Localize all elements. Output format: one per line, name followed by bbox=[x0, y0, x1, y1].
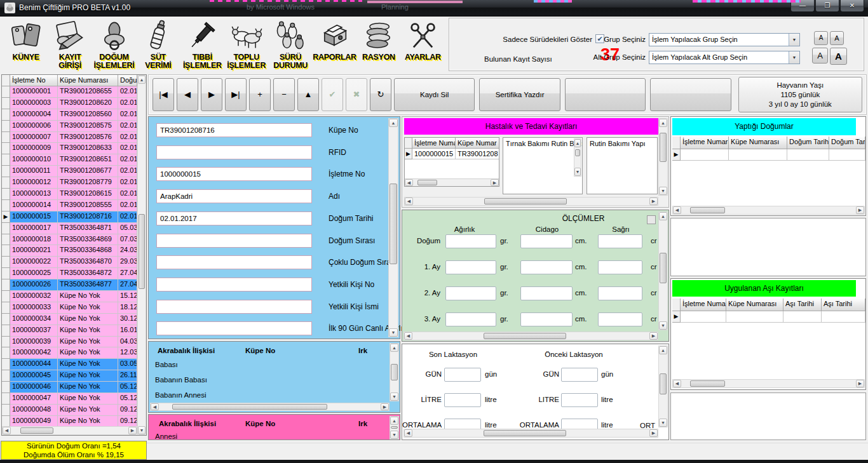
table-row[interactable]: 1000000044Küpe No Yok03.05.2 bbox=[2, 359, 137, 370]
table-row[interactable]: 1000000010TR3900120865102.01.2 bbox=[2, 154, 137, 166]
field-ilk-90-gun[interactable] bbox=[156, 321, 312, 335]
toolbar-item-tibbi-islemler[interactable]: TIBBİİŞLEMLER bbox=[180, 18, 224, 70]
lactation-input[interactable] bbox=[444, 368, 481, 382]
measure-input[interactable] bbox=[598, 312, 642, 326]
measure-input[interactable] bbox=[445, 234, 496, 248]
row-selector[interactable] bbox=[2, 177, 10, 189]
scrollbar-thumb[interactable] bbox=[139, 214, 145, 290]
table-row[interactable]: 1000000009TR3900120863302.01.2 bbox=[2, 143, 137, 154]
font-size-button-1[interactable]: A bbox=[814, 31, 828, 45]
scrollbar-thumb[interactable] bbox=[575, 149, 580, 156]
horizontal-scrollbar[interactable]: ◀▶ bbox=[672, 379, 865, 388]
lactation-input[interactable] bbox=[561, 393, 598, 407]
row-selector[interactable]: ▶ bbox=[672, 311, 681, 323]
column-header[interactable]: İşletme Numa bbox=[681, 299, 726, 311]
row-selector[interactable] bbox=[2, 200, 10, 211]
scroll-left-icon[interactable]: ◀ bbox=[3, 427, 11, 434]
scroll-down-icon[interactable]: ▼ bbox=[138, 426, 146, 434]
toolbar-item-sut-verimi[interactable]: SÜTVERİMİ bbox=[136, 18, 180, 70]
scrollbar-thumb[interactable] bbox=[690, 380, 725, 387]
font-size-button-2[interactable]: A bbox=[830, 31, 844, 45]
table-row[interactable]: 1000000046Küpe No Yok05.12.2 bbox=[2, 382, 137, 393]
scroll-up-icon[interactable]: ▲ bbox=[659, 119, 667, 127]
row-selector[interactable] bbox=[2, 382, 10, 393]
row-selector[interactable]: ▶ bbox=[672, 149, 681, 161]
lactation-input[interactable] bbox=[561, 368, 598, 382]
next-record-button[interactable]: ▶ bbox=[201, 78, 222, 111]
table-row[interactable]: 1000000049Küpe No Yok09.12.2 bbox=[2, 416, 137, 426]
post-edit-button[interactable]: ✔ bbox=[322, 78, 343, 111]
table-row[interactable]: 1000000026TR3500336487727.04.2 bbox=[2, 279, 137, 291]
row-selector[interactable] bbox=[2, 245, 10, 257]
row-selector[interactable] bbox=[2, 257, 10, 268]
scroll-up-icon[interactable]: ▲ bbox=[390, 344, 398, 352]
table-row[interactable]: ▶ 1000000015 TR39001208 bbox=[405, 149, 499, 159]
vertical-scrollbar[interactable]: ▲▼ bbox=[390, 416, 399, 440]
toolbar-item-dogum-islemleri[interactable]: DOĞUMİŞLEMLERİ bbox=[92, 18, 136, 70]
scrollbar-thumb[interactable] bbox=[660, 373, 667, 394]
prev-record-button[interactable]: ◀ bbox=[177, 78, 198, 111]
scrollbar-thumb[interactable] bbox=[660, 253, 667, 283]
table-row[interactable]: 1000000045Küpe No Yok26.11.2 bbox=[2, 370, 137, 382]
measure-input[interactable] bbox=[598, 286, 642, 300]
close-button[interactable]: ✕ bbox=[840, 0, 864, 12]
column-header[interactable]: Küpe Numarası bbox=[726, 299, 783, 311]
scroll-left-icon[interactable]: ◀ bbox=[673, 206, 681, 214]
scroll-down-icon[interactable]: ▼ bbox=[574, 168, 581, 176]
row-selector[interactable] bbox=[2, 223, 10, 234]
field-coklu-dogum-sirasi[interactable] bbox=[156, 255, 312, 269]
scroll-up-icon[interactable]: ▲ bbox=[659, 346, 667, 354]
column-header[interactable]: Küpe Numar bbox=[456, 138, 499, 149]
measure-input[interactable] bbox=[445, 260, 496, 274]
print-certificate-button[interactable]: Sertifika Yazdır bbox=[479, 78, 560, 111]
measure-input[interactable] bbox=[520, 234, 573, 248]
field-yetkili-kisi-no[interactable] bbox=[156, 278, 312, 292]
field-kupe-no[interactable] bbox=[156, 123, 312, 137]
vertical-scrollbar[interactable]: ▲▼ bbox=[658, 346, 668, 427]
small-checkbox[interactable] bbox=[647, 215, 656, 224]
scroll-right-icon[interactable]: ▶ bbox=[649, 198, 658, 205]
row-selector[interactable] bbox=[2, 291, 10, 302]
font-size-button-3[interactable]: A bbox=[812, 48, 828, 64]
scrollbar-thumb[interactable] bbox=[391, 426, 398, 429]
edit-record-button[interactable]: ▲ bbox=[297, 78, 319, 111]
measure-input[interactable] bbox=[445, 286, 496, 300]
scroll-right-icon[interactable]: ▶ bbox=[856, 380, 864, 387]
vaccines-memo-box[interactable] bbox=[670, 393, 866, 440]
scroll-up-icon[interactable]: ▲ bbox=[659, 212, 667, 220]
row-selector[interactable] bbox=[2, 314, 10, 325]
scroll-down-icon[interactable]: ▼ bbox=[390, 393, 398, 401]
row-selector[interactable] bbox=[2, 337, 10, 348]
scroll-left-icon[interactable]: ◀ bbox=[673, 380, 681, 387]
column-header[interactable]: İşletme Numara bbox=[681, 137, 729, 149]
row-selector[interactable] bbox=[2, 154, 10, 166]
chevron-down-icon[interactable]: ▼ bbox=[789, 51, 799, 64]
table-row[interactable]: 1000000047Küpe No Yok05.12.2 bbox=[2, 393, 137, 405]
vertical-scrollbar[interactable]: ▲▼ bbox=[137, 75, 146, 435]
toolbar-item-rasyon[interactable]: RASYON bbox=[356, 18, 400, 62]
row-selector[interactable] bbox=[2, 143, 10, 154]
toolbar-item-suru-durumu[interactable]: SÜRÜDURUMU bbox=[268, 18, 312, 70]
table-row[interactable]: 1000000001TR3900120865502.01.2 bbox=[2, 86, 137, 98]
scrollbar-thumb[interactable] bbox=[172, 404, 327, 410]
font-size-button-4[interactable]: A bbox=[830, 48, 847, 65]
row-selector[interactable] bbox=[2, 393, 10, 405]
table-row[interactable]: 1000000021TR3500336486824.03.2 bbox=[2, 245, 137, 257]
subgroup-select[interactable]: İşlem Yapılacak Alt Grup Seçin ▼ bbox=[649, 51, 800, 64]
horizontal-scrollbar[interactable]: ◀▶ bbox=[672, 206, 865, 215]
refresh-button[interactable]: ↻ bbox=[370, 78, 391, 111]
row-selector[interactable] bbox=[2, 370, 10, 382]
vertical-scrollbar[interactable]: ▲▼ bbox=[658, 118, 668, 196]
scroll-left-icon[interactable]: ◀ bbox=[404, 332, 412, 340]
column-header[interactable]: Doğum Tarihi bbox=[787, 137, 829, 149]
measure-input[interactable] bbox=[520, 286, 573, 300]
table-row[interactable]: 1000000018TR3500336486907.03.2 bbox=[2, 234, 137, 246]
scroll-down-icon[interactable]: ▼ bbox=[659, 419, 667, 427]
table-row[interactable]: 1000000014TR3900120855502.01.2 bbox=[2, 200, 137, 211]
column-header-dogum-tarihi[interactable]: Doğum T bbox=[118, 75, 137, 86]
row-selector[interactable] bbox=[2, 359, 10, 370]
table-row[interactable]: 1000000022TR3500336487029.03.2 bbox=[2, 257, 137, 268]
table-row[interactable]: 1000000003TR3900120862002.01.2 bbox=[2, 98, 137, 109]
measure-input[interactable] bbox=[520, 260, 573, 274]
scrollbar-thumb[interactable] bbox=[660, 133, 667, 161]
